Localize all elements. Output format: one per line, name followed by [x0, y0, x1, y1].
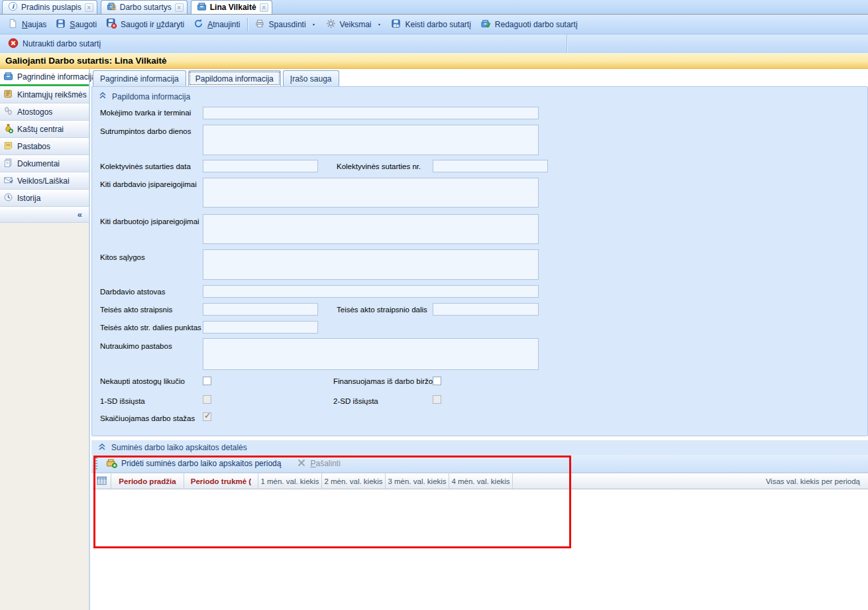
- kiti-darbdavio-textarea[interactable]: [203, 178, 539, 208]
- kitos-salygos-textarea[interactable]: [203, 249, 539, 280]
- close-icon[interactable]: ×: [260, 3, 268, 12]
- kolektyvines-sutarties-nr-input[interactable]: [433, 160, 548, 172]
- button-label: Pašalinti: [310, 459, 340, 468]
- nekaupti-checkbox[interactable]: [203, 377, 211, 385]
- field-label: Kolektyvinės sutarties nr.: [337, 162, 421, 170]
- sidebar-collapse-button[interactable]: «: [0, 207, 89, 223]
- details-table-header: Periodo pradžia Periodo trukmė ( 1 mėn. …: [93, 473, 868, 489]
- toolbar-grip[interactable]: [95, 457, 97, 469]
- finansuojamas-checkbox[interactable]: [433, 377, 441, 385]
- column-header-visas-val[interactable]: Visas val. kiekis per periodą: [513, 473, 868, 489]
- stazas-checkbox[interactable]: ✓: [203, 412, 211, 421]
- sidebar-item-label: Pagrindinė informacija: [17, 72, 96, 82]
- mokejimo-tvarka-input[interactable]: [203, 107, 539, 119]
- kiti-darbuotojo-textarea[interactable]: [203, 214, 539, 244]
- field-label: Skaičiuojamas darbo stažas: [100, 414, 195, 422]
- sd1-checkbox[interactable]: [203, 395, 211, 404]
- remove-x-icon: [297, 458, 306, 469]
- check-icon: ✓: [204, 411, 211, 420]
- save-icon: [56, 19, 66, 30]
- column-header-periodo-pradzia[interactable]: Periodo pradžia: [111, 473, 184, 489]
- section-header: Papildoma informacija: [99, 91, 190, 101]
- column-header-1-men[interactable]: 1 mėn. val. kiekis: [258, 473, 322, 489]
- teises-akto-straipsnis-input[interactable]: [203, 303, 318, 316]
- collapse-section-icon[interactable]: [98, 443, 106, 453]
- column-header-2-men[interactable]: 2 mėn. val. kiekis: [322, 473, 386, 489]
- sidebar: Pagrindinė informacija Kintamųjų reikšmė…: [0, 69, 90, 610]
- vacation-icon: [3, 106, 13, 118]
- sidebar-item-label: Istorija: [17, 194, 40, 203]
- sidebar-item-pagrindine-informacija[interactable]: Pagrindinė informacija: [0, 69, 89, 86]
- tab-darbo-sutartys[interactable]: Darbo sutartys ×: [101, 0, 188, 14]
- table-corner-cell[interactable]: [93, 473, 111, 489]
- field-label: Sutrumpintos darbo dienos: [100, 127, 191, 135]
- sidebar-item-pastabos[interactable]: Pastabos: [0, 138, 89, 155]
- tab-lina-vilkaite[interactable]: Lina Vilkaitė ×: [191, 0, 272, 14]
- close-icon[interactable]: ×: [85, 3, 93, 12]
- refresh-button[interactable]: Atnaujinti: [189, 17, 244, 32]
- field-label: Kiti darbdavio įsipareigojimai: [100, 180, 197, 188]
- toolbar-edge-divider: [567, 34, 567, 53]
- nutraukimo-pastabos-textarea[interactable]: [203, 338, 539, 370]
- collapse-section-icon[interactable]: [99, 91, 107, 101]
- sd2-checkbox[interactable]: [433, 395, 441, 404]
- kolektyvines-sutarties-data-input[interactable]: [203, 160, 318, 172]
- sidebar-item-kastu-centrai[interactable]: Kaštų centrai: [0, 121, 89, 138]
- change-contract-button[interactable]: Keisti darbo sutartį: [386, 17, 475, 32]
- new-document-icon: [8, 19, 18, 30]
- tab-pradinis-puslapis[interactable]: i Pradinis puslapis ×: [2, 0, 97, 14]
- add-period-icon: [106, 457, 117, 470]
- terminate-icon: [8, 38, 19, 50]
- sidebar-item-veiklos-laiskai[interactable]: Veiklos/Laiškai: [0, 172, 89, 190]
- button-label: Pridėti suminės darbo laiko apskaitos pe…: [121, 459, 281, 468]
- button-label: Saugoti ir uždaryti: [121, 20, 184, 29]
- sidebar-item-label: Kintamųjų reikšmės: [17, 90, 87, 99]
- darbdavio-atstovas-input[interactable]: [203, 285, 539, 298]
- field-label: Teisės akto straipsnis: [100, 306, 172, 314]
- column-header-4-men[interactable]: 4 mėn. val. kiekis: [449, 473, 513, 489]
- tab-label: Lina Vilkaitė: [210, 3, 256, 12]
- button-label: Saugoti: [70, 20, 97, 29]
- cost-center-icon: [3, 123, 13, 135]
- terminate-contract-button[interactable]: Nutraukti darbo sutartį: [3, 36, 105, 52]
- close-icon[interactable]: ×: [175, 3, 184, 12]
- teises-akto-dalis-input[interactable]: [433, 303, 539, 316]
- teises-akto-punktas-input[interactable]: [203, 321, 318, 334]
- sidebar-item-label: Pastabos: [17, 142, 50, 151]
- main-toolbar: Naujas Saugoti Saugoti ir uždaryti Atnau…: [0, 15, 868, 34]
- sidebar-item-label: Atostogos: [17, 107, 52, 117]
- column-header-3-men[interactable]: 3 mėn. val. kiekis: [386, 473, 449, 489]
- field-label: Teisės akto str. dalies punktas: [100, 324, 201, 332]
- notes-icon: [3, 141, 13, 152]
- sidebar-item-kintamuju-reiksmes[interactable]: Kintamųjų reikšmės: [0, 86, 89, 103]
- field-label: 1-SD išsiųsta: [100, 397, 145, 405]
- field-label: Mokėjimo tvarka ir terminai: [100, 109, 191, 117]
- save-and-close-button[interactable]: Saugoti ir uždaryti: [101, 16, 189, 32]
- sidebar-item-atostogos[interactable]: Atostogos: [0, 103, 89, 121]
- column-header-periodo-trukme[interactable]: Periodo trukmė (: [184, 473, 258, 489]
- chevron-down-icon: ▼: [311, 23, 315, 27]
- section-title: Papildoma informacija: [112, 92, 190, 101]
- edit-contract-button[interactable]: Redaguoti darbo sutartį: [476, 17, 582, 32]
- actions-button[interactable]: Veiksmai ▼: [321, 17, 387, 32]
- tab-iraso-sauga[interactable]: Įrašo sauga: [283, 70, 339, 86]
- sutrumpintos-darbo-dienos-textarea[interactable]: [203, 125, 539, 155]
- add-period-button[interactable]: Pridėti suminės darbo laiko apskaitos pe…: [101, 456, 286, 472]
- edit-contract-icon: [480, 19, 491, 30]
- sumines-section-header: Suminės darbo laiko apskaitos detalės: [91, 440, 868, 455]
- print-button[interactable]: Spausdinti ▼: [250, 17, 321, 32]
- section-title: Suminės darbo laiko apskaitos detalės: [111, 443, 247, 452]
- documents-icon: [3, 158, 13, 170]
- remove-period-button[interactable]: Pašalinti: [292, 456, 345, 471]
- new-button[interactable]: Naujas: [3, 17, 51, 32]
- button-label: Spausdinti: [269, 20, 306, 29]
- save-button[interactable]: Saugoti: [51, 17, 101, 32]
- refresh-icon: [193, 19, 203, 30]
- tab-papildoma-informacija[interactable]: Papildoma informacija: [188, 70, 281, 86]
- details-table-body[interactable]: [93, 489, 868, 549]
- sidebar-item-dokumentai[interactable]: Dokumentai: [0, 155, 89, 172]
- tab-pagrindine-informacija[interactable]: Pagrindinė informacija: [93, 70, 186, 86]
- gear-icon: [326, 19, 336, 30]
- sidebar-item-istorija[interactable]: Istorija: [0, 190, 89, 207]
- tab-label: Darbo sutartys: [120, 3, 172, 12]
